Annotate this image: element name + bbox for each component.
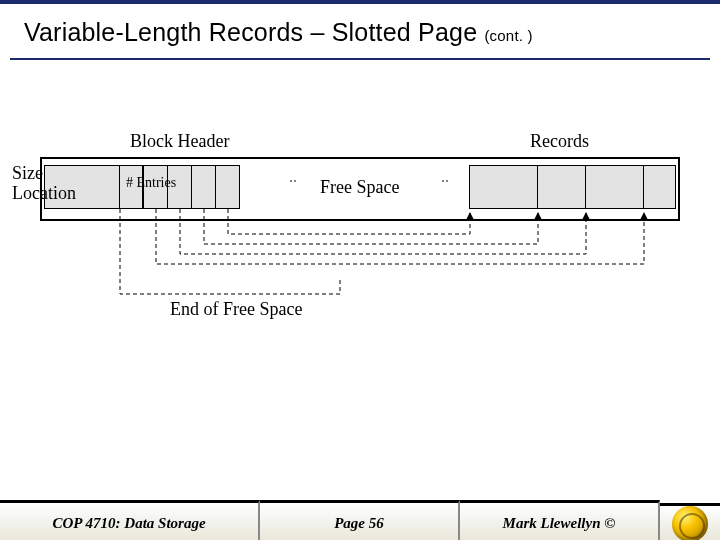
title-rule bbox=[10, 58, 710, 60]
label-block-header: Block Header bbox=[130, 131, 229, 152]
footer-bar: COP 4710: Data Storage Page 56 Mark Llew… bbox=[0, 500, 720, 540]
record-2 bbox=[538, 165, 586, 209]
slide-title: Variable-Length Records – Slotted Page (… bbox=[0, 4, 720, 51]
footer-logo-cell bbox=[660, 503, 720, 541]
record-3 bbox=[586, 165, 644, 209]
label-records: Records bbox=[530, 131, 589, 152]
footer-page: Page 56 bbox=[260, 500, 460, 540]
record-4 bbox=[644, 165, 675, 209]
label-size-location: Size Location bbox=[12, 163, 76, 203]
label-end-of-free-space: End of Free Space bbox=[170, 299, 302, 320]
title-main: Variable-Length Records – Slotted Page bbox=[24, 18, 477, 46]
footer-course: COP 4710: Data Storage bbox=[0, 500, 260, 540]
header-slot-5 bbox=[216, 165, 240, 209]
footer-author: Mark Llewellyn © bbox=[460, 500, 660, 540]
page-frame-bottom bbox=[40, 217, 680, 221]
label-entries: # Entries bbox=[126, 175, 176, 191]
label-free-space: Free Space bbox=[320, 177, 399, 198]
record-1 bbox=[470, 165, 538, 209]
ucf-logo-icon bbox=[672, 506, 708, 541]
title-cont: (cont. ) bbox=[484, 27, 532, 44]
slotted-page-diagram: Block Header Records Size Location # Ent… bbox=[40, 119, 680, 329]
header-slot-4 bbox=[192, 165, 216, 209]
